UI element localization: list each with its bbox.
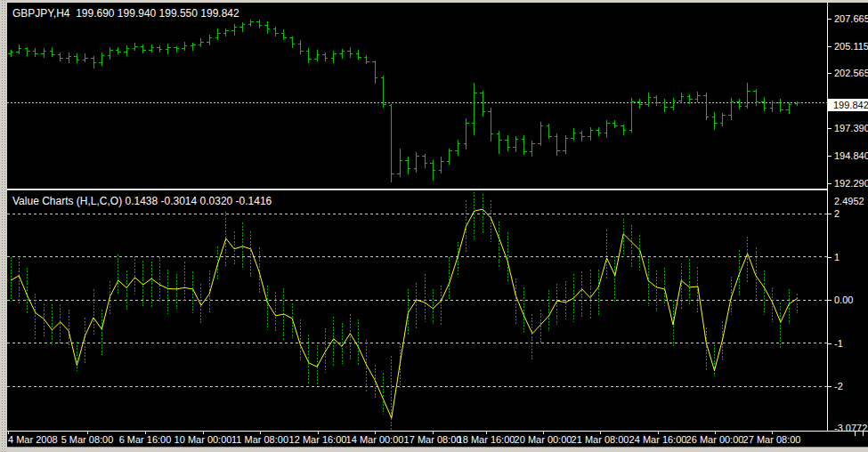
time-axis-label: 5 Mar 08:00 <box>61 434 114 445</box>
ohlc-bar <box>124 45 129 55</box>
ohlc-bar <box>464 118 469 149</box>
ohlc-bar <box>547 124 552 139</box>
indicator-axis-label-tick <box>828 386 831 387</box>
price-axis-label: 192.290 <box>834 177 868 190</box>
window-left-edge <box>0 0 7 452</box>
ohlc-bar <box>563 135 568 154</box>
ohlc-bar <box>174 46 179 52</box>
indicator-axis-label: 1 <box>834 251 840 263</box>
time-axis-label: 26 Mar 00:00 <box>686 434 744 445</box>
ohlc-bar <box>298 40 304 54</box>
price-chart-panel[interactable]: GBPJPY,H4 199.690 199.940 199.550 199.84… <box>7 3 827 189</box>
ohlc-bar <box>670 98 676 110</box>
ohlc-bar <box>58 52 63 62</box>
ohlc-bar <box>596 127 601 136</box>
time-axis-label: 27 Mar 08:00 <box>743 434 801 445</box>
ohlc-bar <box>580 131 585 141</box>
ohlc-bar <box>712 112 718 130</box>
window-bottom-edge <box>0 447 868 452</box>
ohlc-bar <box>223 28 229 37</box>
ohlc-bar <box>289 36 295 49</box>
ohlc-bar <box>356 50 361 60</box>
price-axis-label-tick <box>828 156 831 157</box>
ohlc-bar <box>745 83 750 108</box>
left-edge-dots <box>2 0 3 452</box>
time-axis-label: 10 Mar 00:00 <box>174 434 232 445</box>
price-axis-label: 194.840 <box>834 149 868 162</box>
indicator-title: Value Charts (H,L,C,O) 0.1438 -0.3014 0.… <box>12 195 272 207</box>
ohlc-bar <box>480 91 485 117</box>
ohlc-bar <box>66 52 71 63</box>
ohlc-bar <box>33 48 38 57</box>
ohlc-bar <box>50 47 55 57</box>
value-chart-close-line <box>11 209 798 418</box>
ohlc-bar <box>770 101 775 112</box>
indicator-max-label: 2.4952 <box>834 195 864 207</box>
price-axis-label-tick <box>828 19 831 20</box>
ohlc-bar <box>133 43 138 50</box>
ohlc-bar <box>166 44 171 54</box>
ohlc-bar <box>761 97 767 111</box>
indicator-panel[interactable]: Value Charts (H,L,C,O) 0.1438 -0.3014 0.… <box>7 190 827 431</box>
time-axis-label: 12 Mar 16:00 <box>289 434 347 445</box>
ohlc-bar <box>314 50 320 61</box>
time-axis[interactable]: 4 Mar 20085 Mar 08:006 Mar 16:0010 Mar 0… <box>2 431 868 448</box>
ohlc-bar <box>149 44 154 53</box>
ohlc-bar <box>439 157 444 174</box>
ohlc-bar <box>497 131 502 154</box>
ohlc-bar <box>629 98 635 133</box>
indicator-axis-label-tick <box>828 300 831 301</box>
price-axis-label: 202.565 <box>834 67 868 79</box>
ohlc-bar <box>347 47 353 57</box>
indicator-canvas[interactable] <box>7 190 827 431</box>
price-axis-label-tick <box>828 73 831 74</box>
ohlc-bar <box>339 49 345 59</box>
ohlc-bar <box>414 152 419 173</box>
ohlc-bar <box>191 43 196 51</box>
ohlc-bar <box>273 27 279 36</box>
price-axis-label: 197.390 <box>834 122 868 134</box>
ohlc-bar <box>653 95 659 107</box>
ohlc-bar <box>207 35 212 46</box>
left-edge-dots <box>4 0 5 452</box>
price-axis-label-tick <box>828 46 831 47</box>
ohlc-bar <box>331 51 337 63</box>
ohlc-bar <box>637 99 643 109</box>
ohlc-bar <box>612 120 618 128</box>
ohlc-bar <box>141 44 146 54</box>
price-axis[interactable]: 199.842 207.665205.115202.565197.390194.… <box>827 3 868 431</box>
ohlc-bar <box>522 135 527 155</box>
price-axis-label-tick <box>828 128 831 129</box>
time-axis-label: 11 Mar 08:00 <box>231 434 288 445</box>
ohlc-bar <box>372 61 377 84</box>
indicator-axis-label-tick <box>828 214 831 214</box>
ohlc-bar <box>488 108 493 141</box>
ohlc-bar <box>182 42 187 51</box>
ohlc-bar <box>728 98 734 120</box>
ohlc-bar <box>306 48 312 62</box>
ohlc-bar <box>116 47 121 54</box>
ohlc-bar <box>8 50 13 57</box>
ohlc-bar <box>588 127 593 141</box>
ohlc-bar <box>447 149 452 165</box>
ohlc-bar <box>74 53 79 63</box>
ohlc-bar <box>571 128 576 140</box>
ohlc-bar <box>322 52 328 62</box>
time-axis-label: 20 Mar 00:00 <box>515 434 572 445</box>
ohlc-bar <box>778 99 783 112</box>
ohlc-bar <box>538 122 543 146</box>
ohlc-bar <box>720 113 726 126</box>
ohlc-bar <box>41 48 46 58</box>
ohlc-bar <box>753 89 758 106</box>
time-axis-label: 14 Mar 00:00 <box>346 434 404 445</box>
price-chart-canvas[interactable] <box>7 3 827 189</box>
ohlc-bar <box>381 76 386 108</box>
ohlc-bar <box>281 29 287 41</box>
ohlc-bar <box>157 45 162 52</box>
mt4-chart-window: GBPJPY,H4 199.690 199.940 199.550 199.84… <box>0 0 868 452</box>
ohlc-bar <box>397 149 402 177</box>
price-axis-label: 205.115 <box>834 40 868 52</box>
ohlc-bar <box>621 125 626 135</box>
ohlc-bar <box>199 38 204 47</box>
time-axis-label: 18 Mar 16:00 <box>458 434 515 445</box>
